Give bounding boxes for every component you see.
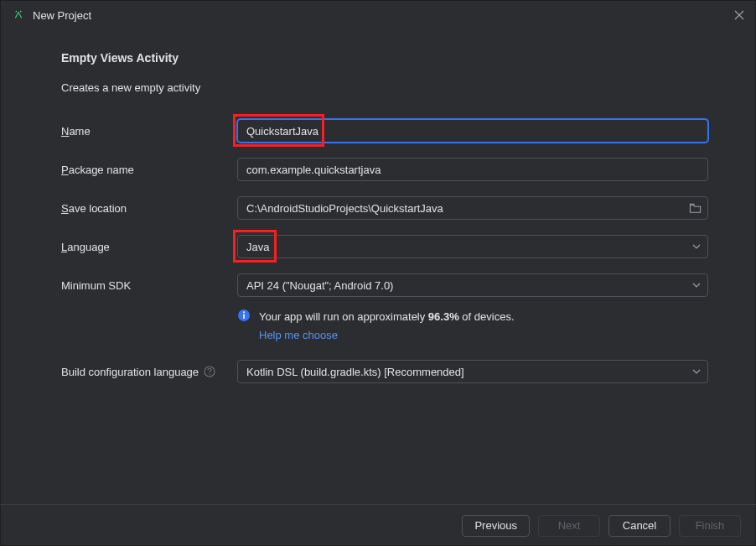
field-row-language: Language Java: [61, 235, 708, 258]
package-input[interactable]: [237, 158, 708, 181]
chevron-down-icon: [692, 281, 701, 289]
svg-point-1: [20, 11, 22, 13]
browse-folder-icon[interactable]: [688, 201, 702, 215]
field-row-min-sdk: Minimum SDK API 24 ("Nougat"; Android 7.…: [61, 273, 708, 297]
field-row-save-location: Save location: [61, 196, 708, 220]
name-label: Name: [61, 125, 237, 138]
window-title: New Project: [33, 9, 91, 22]
titlebar: New Project: [1, 1, 755, 29]
build-lang-label: Build configuration language: [61, 366, 237, 378]
language-select-value: Java: [246, 241, 269, 253]
svg-point-4: [243, 311, 245, 313]
sdk-info-row: Your app will run on approximately 96.3%…: [61, 309, 708, 343]
build-lang-select[interactable]: Kotlin DSL (build.gradle.kts) [Recommend…: [237, 360, 708, 383]
build-lang-select-value: Kotlin DSL (build.gradle.kts) [Recommend…: [246, 366, 464, 378]
info-icon: [237, 309, 251, 322]
chevron-down-icon: [692, 367, 701, 376]
help-icon[interactable]: [204, 366, 215, 377]
min-sdk-select-value: API 24 ("Nougat"; Android 7.0): [246, 279, 393, 292]
help-me-choose-link[interactable]: Help me choose: [259, 327, 338, 344]
content-area: Empty Views Activity Creates a new empty…: [1, 29, 755, 383]
sdk-info-text: Your app will run on approximately 96.3%…: [259, 309, 515, 343]
page-title: Empty Views Activity: [61, 51, 708, 65]
finish-button: Finish: [679, 515, 741, 537]
chevron-down-icon: [692, 242, 701, 251]
field-row-name: Name: [61, 119, 708, 143]
next-button: Next: [538, 515, 600, 537]
min-sdk-select[interactable]: API 24 ("Nougat"; Android 7.0): [237, 273, 708, 297]
svg-point-6: [209, 373, 210, 375]
language-label: Language: [61, 241, 237, 253]
language-select[interactable]: Java: [237, 235, 708, 258]
previous-button[interactable]: Previous: [462, 515, 530, 537]
dialog-footer: Previous Next Cancel Finish: [0, 504, 756, 546]
cancel-button[interactable]: Cancel: [608, 515, 671, 537]
min-sdk-label: Minimum SDK: [61, 279, 237, 292]
svg-rect-3: [243, 315, 245, 320]
field-row-package: Package name: [61, 158, 708, 181]
close-icon[interactable]: [733, 9, 745, 21]
page-subtitle: Creates a new empty activity: [61, 81, 708, 94]
package-label: Package name: [61, 164, 237, 176]
name-input[interactable]: [237, 119, 708, 143]
field-row-build-lang: Build configuration language Kotlin DSL …: [61, 360, 708, 383]
android-studio-icon: [13, 9, 24, 21]
svg-point-0: [16, 11, 18, 13]
save-location-label: Save location: [61, 202, 237, 215]
save-location-input[interactable]: [237, 196, 708, 220]
